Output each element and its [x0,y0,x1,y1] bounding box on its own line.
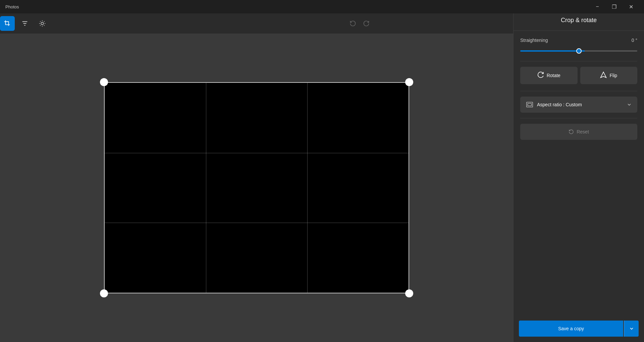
aspect-ratio-text: Aspect ratio : Custom [537,102,582,107]
redo-button[interactable] [360,17,372,30]
window-controls: − ❐ ✕ [590,1,639,12]
filters-icon [21,20,29,27]
crop-rotate-tool-button[interactable] [0,16,15,31]
flip-icon [600,71,607,80]
image-container [104,82,409,293]
crop-handle-bottom-left[interactable] [100,289,108,297]
reset-button[interactable]: Reset [520,124,637,140]
straightening-label: Straightening [520,38,548,43]
svg-marker-29 [601,72,606,77]
titlebar: Photos − ❐ ✕ [0,0,644,13]
chevron-down-icon [627,102,632,107]
svg-rect-30 [527,102,533,107]
crop-handle-top-right[interactable] [405,78,413,86]
action-row: Rotate Flip [520,67,637,84]
right-panel: Crop & rotate Straightening 0 ° [513,0,644,342]
reset-label: Reset [577,129,589,134]
filters-tool-button[interactable] [17,16,32,31]
straightening-header: Straightening 0 ° [520,38,637,43]
straightening-slider-container [520,47,637,53]
flip-button[interactable]: Flip [580,67,638,84]
crop-handle-top-left[interactable] [100,78,108,86]
rotate-icon [537,71,544,80]
save-copy-button[interactable]: Save a copy [519,321,623,337]
adjust-tool-button[interactable] [35,16,50,31]
crop-overlay [104,82,409,293]
divider-1 [520,61,637,61]
canvas-area [0,34,513,342]
svg-point-0 [41,22,43,24]
save-area: Save a copy [514,315,644,342]
aspect-ratio-left: Aspect ratio : Custom [526,101,582,109]
reset-icon [569,129,574,134]
aspect-ratio-icon [526,101,533,108]
app-title: Photos [5,4,19,9]
straightening-value: 0 ° [632,38,637,43]
crop-icon [4,20,11,27]
undo-icon [350,20,356,27]
adjust-icon [39,20,46,27]
flip-label: Flip [609,73,617,78]
crop-handle-bottom-right[interactable] [405,289,413,297]
save-dropdown-icon [629,326,634,331]
redo-icon [363,20,370,27]
panel-title: Crop & rotate [561,17,597,23]
undo-button[interactable] [347,17,359,30]
history-controls [347,17,372,30]
svg-rect-31 [528,103,532,106]
save-dropdown-button[interactable] [624,321,639,337]
divider-3 [520,118,637,118]
rotate-label: Rotate [547,73,560,78]
aspect-ratio-button[interactable]: Aspect ratio : Custom [520,97,637,113]
crop-grid-horizontal [105,83,409,293]
straightening-slider[interactable] [520,50,637,52]
close-button[interactable]: ✕ [623,1,639,12]
minimize-button[interactable]: − [590,1,605,12]
maximize-button[interactable]: ❐ [606,1,622,12]
aspect-ratio-icon-wrapper [526,101,534,109]
divider-2 [520,91,637,91]
toolbar [0,13,513,34]
panel-content: Straightening 0 ° Rotate [514,31,644,315]
straightening-section: Straightening 0 ° [520,38,637,53]
rotate-button[interactable]: Rotate [520,67,578,84]
